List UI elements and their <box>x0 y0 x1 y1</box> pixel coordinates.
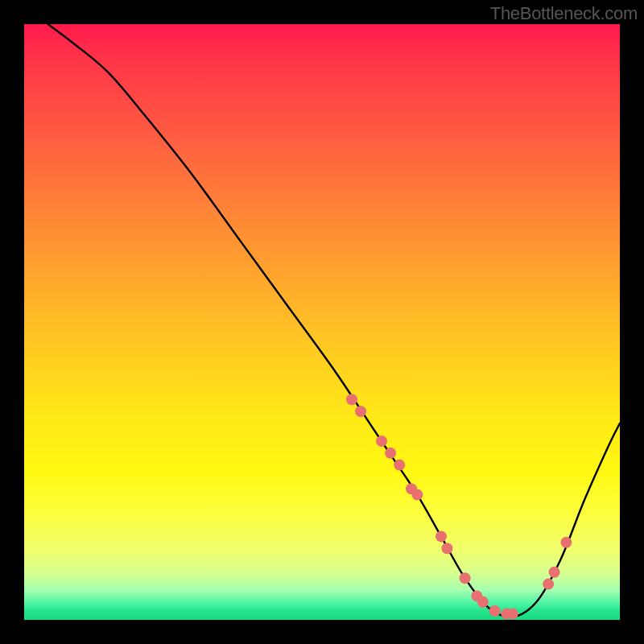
highlight-point <box>507 609 518 620</box>
highlight-point <box>376 436 387 447</box>
highlight-point <box>411 489 423 501</box>
highlight-point <box>394 460 405 471</box>
highlight-point <box>543 579 554 590</box>
highlight-point <box>355 406 366 417</box>
highlight-point <box>477 597 489 608</box>
highlight-points-group <box>346 394 572 619</box>
highlight-point <box>346 394 357 405</box>
watermark-text: TheBottleneck.com <box>490 3 638 24</box>
chart-plot-area <box>24 24 620 620</box>
highlight-point <box>441 543 452 554</box>
highlight-point <box>385 448 396 459</box>
highlight-point <box>460 572 471 584</box>
highlight-point <box>436 530 447 542</box>
highlight-point <box>560 537 572 548</box>
highlight-point <box>489 605 501 617</box>
highlight-point <box>549 567 560 578</box>
points-svg <box>24 24 620 620</box>
